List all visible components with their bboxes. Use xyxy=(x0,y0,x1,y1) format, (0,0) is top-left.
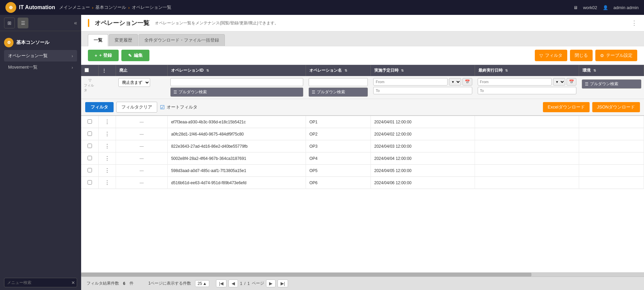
row-actions-cell[interactable]: ⋮ xyxy=(98,128,116,140)
row-discard-value: — xyxy=(140,156,144,161)
row-actions-cell[interactable]: ⋮ xyxy=(98,116,116,128)
select-all-checkbox[interactable] xyxy=(85,68,89,72)
row-actions-dots[interactable]: ⋮ xyxy=(104,131,110,137)
row-actions-dots[interactable]: ⋮ xyxy=(104,168,110,173)
sidebar-grid-icon[interactable]: ⊞ xyxy=(4,18,15,28)
dropdown-search-label-env: プルダウン検索 xyxy=(590,81,618,87)
row-lastexec-cell xyxy=(475,140,579,152)
row-schedule-value: 2024/04/06 12:00:00 xyxy=(374,180,411,185)
row-checkbox[interactable] xyxy=(88,144,92,148)
schedule-from-input[interactable] xyxy=(373,78,447,86)
th-lastexec[interactable]: 最終実行日時 ⇅ xyxy=(475,65,579,76)
horizontal-scrollbar[interactable] xyxy=(81,272,644,276)
row-id-cell: 822e3643-27ad-4d16-86e2-d40be55779fb xyxy=(168,140,306,152)
id-filter-input[interactable] xyxy=(170,78,303,86)
row-actions-cell[interactable]: ⋮ xyxy=(98,165,116,177)
th-operation-id[interactable]: オペレーションID ⇅ xyxy=(168,65,306,76)
tab-download[interactable]: 全件ダウンロード・ファイル一括登録 xyxy=(139,34,225,46)
row-checkbox[interactable] xyxy=(88,119,92,124)
edit-button[interactable]: ✎ 編集 xyxy=(121,50,149,61)
edit-label: 編集 xyxy=(134,52,143,58)
th-id-label: オペレーションID xyxy=(171,68,204,73)
filter-clear-button[interactable]: フィルタクリア xyxy=(116,102,157,113)
perpage-select[interactable]: 25 ▲ xyxy=(195,280,209,287)
tab-list[interactable]: 一覧 xyxy=(88,34,108,46)
lastexec-to-input[interactable] xyxy=(478,87,576,94)
pagination-last-button[interactable]: ▶| xyxy=(278,280,288,287)
breadcrumb-item-0[interactable]: メインメニュー xyxy=(59,4,90,10)
schedule-from-calendar-button[interactable]: 📅 xyxy=(462,78,472,86)
excel-download-button[interactable]: Excelダウンロード xyxy=(543,102,590,112)
row-env-cell xyxy=(579,116,644,128)
th-select-all[interactable] xyxy=(81,65,98,76)
scroll-thumb[interactable] xyxy=(81,273,531,276)
sidebar-list-icon[interactable]: ☰ xyxy=(18,18,28,28)
row-checkbox-cell[interactable] xyxy=(81,140,98,152)
env-dropdown-search-button[interactable]: ☰ プルダウン検索 xyxy=(582,79,641,89)
breadcrumb-item-1[interactable]: 基本コンソール xyxy=(95,4,126,10)
register-label: + 登録 xyxy=(99,52,112,58)
register-icon: + xyxy=(95,53,97,58)
lastexec-date-group: ▾ 📅 xyxy=(478,78,576,94)
row-actions-dots[interactable]: ⋮ xyxy=(104,155,110,161)
breadcrumb-item-2[interactable]: オペレーション一覧 xyxy=(132,4,171,10)
row-checkbox[interactable] xyxy=(88,168,92,172)
schedule-to-input[interactable] xyxy=(373,87,472,94)
sidebar-section-icon: ⚙ xyxy=(4,38,14,47)
filter-apply-button[interactable]: フィルタ xyxy=(85,102,114,112)
filter-row: ▽ フィルタ 廃止含まず 含む 廃止のみ xyxy=(81,76,644,99)
tab-history[interactable]: 変更履歴 xyxy=(109,34,138,46)
row-actions-cell[interactable]: ⋮ xyxy=(98,140,116,152)
sidebar-item-operations[interactable]: オペレーション一覧 › xyxy=(4,50,77,62)
filter-result-label: フィルタ結果件数 xyxy=(87,281,119,286)
row-actions-cell[interactable]: ⋮ xyxy=(98,152,116,165)
name-dropdown-search-button[interactable]: ☰ プルダウン検索 xyxy=(309,88,368,97)
th-operation-name[interactable]: オペレーション名 ⇅ xyxy=(306,65,371,76)
row-checkbox-cell[interactable] xyxy=(81,116,98,128)
row-actions-dots[interactable]: ⋮ xyxy=(104,143,110,149)
pagination-prev-button[interactable]: ◀ xyxy=(229,280,238,287)
th-env[interactable]: 環境 ⇅ xyxy=(579,65,644,76)
filter-close-button[interactable]: 閉じる xyxy=(570,50,593,61)
table-settings-button[interactable]: ⚙ テーブル設定 xyxy=(595,50,637,61)
th-schedule[interactable]: 実施予定日時 ⇅ xyxy=(371,65,475,76)
register-button[interactable]: + + 登録 xyxy=(88,50,119,61)
discard-filter-select[interactable]: 廃止含まず 含む 廃止のみ xyxy=(118,78,150,87)
row-checkbox-cell[interactable] xyxy=(81,128,98,140)
lastexec-from-select[interactable]: ▾ xyxy=(553,78,565,86)
row-name-value: OP6 xyxy=(309,180,317,185)
row-checkbox[interactable] xyxy=(88,180,92,185)
sidebar-collapse-button[interactable]: « xyxy=(74,20,77,26)
filter-button[interactable]: ▽ フィルタ xyxy=(535,50,567,61)
more-options-button[interactable]: ⋮ xyxy=(631,20,637,26)
row-actions-dots[interactable]: ⋮ xyxy=(104,180,110,186)
id-dropdown-search-button[interactable]: ☰ プルダウン検索 xyxy=(170,88,303,97)
lastexec-from-input[interactable] xyxy=(478,78,552,86)
row-checkbox[interactable] xyxy=(88,131,92,136)
row-checkbox[interactable] xyxy=(88,156,92,160)
sidebar-search-input[interactable] xyxy=(4,278,77,287)
th-discard-label: 廃止 xyxy=(119,68,127,73)
row-checkbox-cell[interactable] xyxy=(81,177,98,189)
name-filter-input[interactable] xyxy=(309,78,368,86)
table-row: ⋮ — 5002e8f4-28a2-4f64-967b-364ca3187691… xyxy=(81,152,644,165)
json-download-button[interactable]: JSONダウンロード xyxy=(592,102,640,112)
row-schedule-value: 2024/04/02 12:00:00 xyxy=(374,132,411,137)
lastexec-to-row xyxy=(478,87,576,94)
row-checkbox-cell[interactable] xyxy=(81,152,98,165)
filter-result-unit: 件 xyxy=(129,281,134,286)
row-env-cell xyxy=(579,152,644,165)
sidebar-search-clear-icon[interactable]: ✕ xyxy=(71,280,75,285)
sidebar-item-movement[interactable]: Movement一覧 › xyxy=(4,62,77,73)
lastexec-from-calendar-button[interactable]: 📅 xyxy=(567,78,576,86)
pagination: |◀ ◀ 1 / 1 ページ ▶ ▶| xyxy=(216,280,288,287)
pagination-next-button[interactable]: ▶ xyxy=(266,280,276,287)
filter-funnel-icon: ▽ フィルタ xyxy=(84,78,96,93)
dropdown-search-icon-env: ☰ xyxy=(585,82,589,87)
row-actions-dots[interactable]: ⋮ xyxy=(104,119,110,125)
schedule-from-select[interactable]: ▾ xyxy=(449,78,461,86)
pagination-first-button[interactable]: |◀ xyxy=(216,280,226,287)
row-checkbox-cell[interactable] xyxy=(81,165,98,177)
row-actions-cell[interactable]: ⋮ xyxy=(98,177,116,189)
auto-filter-label[interactable]: ☑ オートフィルタ xyxy=(160,104,197,111)
